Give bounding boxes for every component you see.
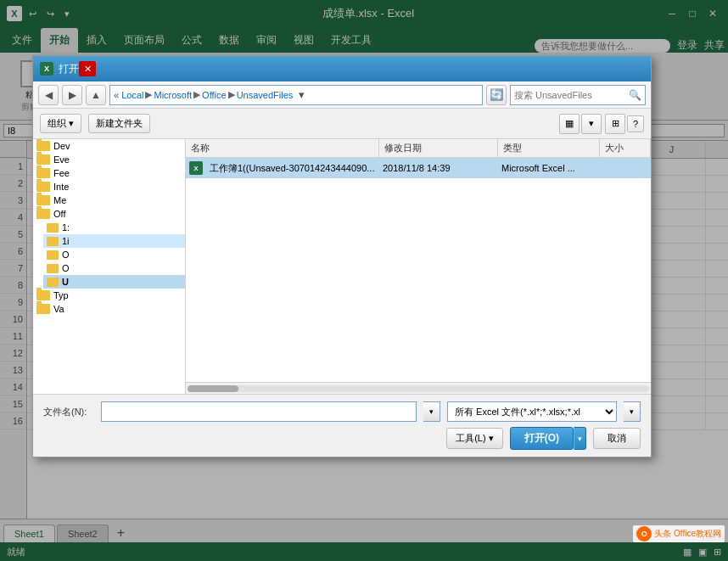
tree-item-label: Dev [53,141,70,151]
open-dialog: X 打开 ✕ ◀ ▶ ▲ « Local ▶ Microsoft ▶ Offic… [32,55,652,457]
refresh-button[interactable]: 🔄 [486,85,507,105]
tree-item-label: Va [53,304,64,314]
file-type: Microsoft Excel ... [498,163,600,173]
folder-icon [36,168,50,178]
tree-item-label: Typ [53,290,69,300]
footer-buttons: 工具(L) ▾ 打开(O) ▾ 取消 [43,427,641,450]
filename-label: 文件名(N): [43,406,94,418]
sub-folder-icon [47,237,59,246]
properties-button[interactable]: ⊞ [605,114,625,134]
tree-item-label: Me [53,195,66,205]
tree-item-me[interactable]: Me [33,194,185,207]
tree-item-label: 1: [62,222,70,233]
back-button[interactable]: ◀ [38,85,59,105]
breadcrumb-dropdown-button[interactable]: ▾ [294,86,308,104]
folder-icon [36,304,50,314]
file-list-body: X 工作簿1((Unsaved-307014243444090... 2018/… [186,158,651,382]
folder-icon [36,182,50,192]
tree-item-inte[interactable]: Inte [33,180,185,194]
dialog-footer: 文件名(N): ▾ 所有 Excel 文件(*.xl*;*.xlsx;*.xl … [33,394,651,457]
dialog-actions-bar: 组织 ▾ 新建文件夹 ▦ ▾ ⊞ ? [33,109,651,139]
col-header-date[interactable]: 修改日期 [379,139,498,157]
folder-icon [36,154,50,165]
dialog-title-bar: X 打开 ✕ [33,56,651,81]
cancel-button[interactable]: 取消 [593,428,641,449]
breadcrumb-microsoft[interactable]: Microsoft [154,90,192,100]
filename-input[interactable] [101,401,417,422]
new-folder-button[interactable]: 新建文件夹 [88,114,150,133]
tree-item-o2[interactable]: O [43,261,185,275]
open-button-group: 打开(O) ▾ [510,427,586,450]
search-button[interactable]: 🔍 [629,89,641,101]
filetype-select[interactable]: 所有 Excel 文件(*.xl*;*.xlsx;*.xl [447,401,617,422]
filename-dropdown-button[interactable]: ▾ [423,401,440,422]
tree-item-dev[interactable]: Dev [33,139,185,153]
view-dropdown-button[interactable]: ▾ [581,114,602,134]
tree-item-1a[interactable]: 1: [43,221,185,234]
dialog-toolbar: ◀ ▶ ▲ « Local ▶ Microsoft ▶ Office ▶ Uns… [33,81,651,109]
tree-item-label: Fee [53,168,70,178]
sub-folder-icon [47,264,59,273]
tree-item-label: O [62,250,70,260]
view-mode-button[interactable]: ▦ [559,114,580,134]
tree-item-typ[interactable]: Typ [33,289,185,302]
filename-row: 文件名(N): ▾ 所有 Excel 文件(*.xl*;*.xlsx;*.xl … [43,401,641,422]
help-button[interactable]: ? [627,115,644,132]
sub-folder-icon [47,223,59,233]
sub-folder-icon [47,250,59,260]
forward-button[interactable]: ▶ [62,85,82,105]
search-input[interactable] [514,90,627,100]
dialog-overlay: X 打开 ✕ ◀ ▶ ▲ « Local ▶ Microsoft ▶ Offic… [0,0,728,561]
file-name: 工作簿1((Unsaved-307014243444090... [206,162,379,175]
dialog-title-left: X 打开 [40,62,79,76]
tree-item-o1[interactable]: O [43,248,185,261]
filetype-dropdown-button[interactable]: ▾ [624,401,641,422]
dialog-body: Dev Eve Fee Inte [33,139,651,394]
tree-item-1i[interactable]: 1i [43,234,185,248]
breadcrumb-unsavedfiles[interactable]: UnsavedFiles [237,90,294,100]
tree-item-label: 1i [62,236,70,246]
tree-item-fee[interactable]: Fee [33,166,185,180]
organize-button[interactable]: 组织 ▾ [40,114,81,133]
folder-icon [36,209,50,219]
tree-item-va[interactable]: Va [33,302,185,316]
col-header-size[interactable]: 大小 [600,139,651,157]
tree-item-label: Inte [53,182,69,192]
file-list-pane: 名称 修改日期 类型 大小 X 工作簿1((Unsaved-3070142434… [186,139,651,394]
watermark-logo: O [636,526,652,541]
tree-item-off[interactable]: Off [33,207,185,221]
folder-icon [36,195,50,205]
tree-item-eve[interactable]: Eve [33,153,185,166]
tree-item-label: Off [53,209,65,219]
folder-icon [36,290,50,300]
folder-tree: Dev Eve Fee Inte [33,139,186,394]
watermark-text: 头条 Office教程网 [654,528,721,540]
up-button[interactable]: ▲ [86,85,106,105]
tree-item-label: U [62,277,69,287]
scroll-thumb[interactable] [188,385,238,392]
scroll-track [188,385,649,392]
tree-item-label: Eve [53,154,70,165]
breadcrumb-office[interactable]: Office [202,90,227,100]
dialog-close-button[interactable]: ✕ [79,61,96,76]
dialog-title-text: 打开 [59,62,79,76]
dialog-excel-icon: X [40,62,53,76]
col-header-type[interactable]: 类型 [498,139,600,157]
horizontal-scrollbar[interactable] [186,382,651,394]
tree-item-u[interactable]: U [43,275,185,289]
view-buttons: ▦ ▾ ⊞ ? [559,114,644,134]
breadcrumb: « Local ▶ Microsoft ▶ Office ▶ UnsavedFi… [109,85,483,105]
open-button[interactable]: 打开(O) [510,427,574,450]
tools-button[interactable]: 工具(L) ▾ [446,428,503,449]
col-header-name[interactable]: 名称 [186,139,379,157]
watermark: O 头条 Office教程网 [633,525,725,542]
breadcrumb-local[interactable]: « Local [114,90,143,100]
folder-icon [36,141,50,151]
open-dropdown-button[interactable]: ▾ [574,427,586,450]
search-box: 🔍 [510,85,646,105]
sub-folder-icon [47,278,59,287]
tree-item-label: O [62,263,70,273]
file-date: 2018/11/8 14:39 [379,163,498,173]
excel-file-icon: X [189,161,203,175]
list-item[interactable]: X 工作簿1((Unsaved-307014243444090... 2018/… [186,158,651,178]
